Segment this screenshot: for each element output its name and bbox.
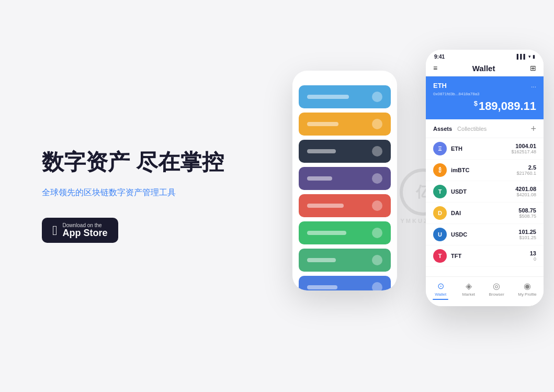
asset-amount: 1004.01 [511, 143, 536, 149]
asset-name: DAI [451, 210, 518, 216]
asset-row[interactable]: ₿imBTC2.5$21760.1 [426, 160, 544, 181]
wifi-icon: ▾ [528, 54, 531, 59]
color-card-dot [372, 200, 382, 211]
asset-icon: D [433, 206, 447, 220]
color-card [299, 167, 391, 190]
asset-name: TFT [451, 253, 530, 259]
color-card-line [307, 176, 332, 181]
left-content: 数字资产 尽在掌控 全球领先的区块链数字资产管理工具  Download on… [0, 149, 251, 243]
phone-back [292, 71, 397, 290]
bottom-nav-item-browser[interactable]: ◎Browser [489, 281, 504, 300]
color-card [299, 276, 391, 290]
signal-icon: ▌▌▌ [517, 54, 527, 59]
assets-tabs: Assets Collectibles [433, 126, 487, 132]
asset-info: DAI [451, 210, 518, 216]
eth-balance: $189,089.11 [433, 99, 536, 113]
asset-row[interactable]: DDAI508.75$508.75 [426, 203, 544, 224]
bottom-nav-icon-profile: ◉ [524, 281, 531, 291]
subheadline: 全球领先的区块链数字资产管理工具 [42, 186, 251, 199]
battery-icon: ▮ [533, 54, 535, 59]
page-wrapper: 数字资产 尽在掌控 全球领先的区块链数字资产管理工具  Download on… [0, 0, 554, 392]
add-asset-icon[interactable]: + [530, 124, 536, 135]
asset-amount: 4201.08 [515, 186, 536, 192]
asset-values: 1004.01$162517.48 [511, 143, 536, 154]
color-card-dot [372, 92, 382, 102]
color-card [299, 249, 391, 272]
headline: 数字资产 尽在掌控 [42, 149, 251, 175]
bottom-nav-label-market: Market [462, 292, 475, 297]
asset-usd: $21760.1 [516, 171, 536, 176]
tab-assets[interactable]: Assets [433, 126, 452, 132]
asset-icon: T [433, 185, 447, 198]
bottom-nav-label-profile: My Profile [518, 292, 537, 297]
color-card-line [307, 231, 346, 235]
status-time: 9:41 [434, 54, 445, 60]
status-icons: ▌▌▌ ▾ ▮ [517, 54, 535, 59]
asset-icon: Ξ [433, 142, 447, 155]
dollar-sign: $ [474, 99, 478, 107]
app-store-button[interactable]:  Download on the App Store [42, 218, 118, 243]
bottom-nav-label-browser: Browser [489, 292, 504, 297]
bottom-nav-icon-market: ◈ [466, 281, 472, 291]
color-card-line [307, 285, 337, 289]
color-card-line [307, 258, 336, 262]
color-card-dot [372, 173, 382, 184]
color-card-dot [372, 282, 382, 290]
asset-usd: $4201.08 [515, 192, 536, 197]
grid-icon[interactable]: ⊞ [530, 64, 536, 72]
apple-icon:  [52, 223, 58, 237]
asset-row[interactable]: TUSDT4201.08$4201.08 [426, 181, 544, 203]
asset-icon: U [433, 228, 447, 241]
asset-usd: $101.25 [518, 235, 536, 240]
bottom-nav-item-market[interactable]: ◈Market [462, 281, 475, 300]
color-card-line [307, 95, 349, 99]
asset-values: 101.25$101.25 [518, 229, 536, 240]
eth-more-icon[interactable]: ... [531, 82, 536, 89]
asset-amount: 2.5 [516, 164, 536, 171]
asset-values: 130 [530, 250, 536, 262]
bottom-nav-icon-wallet: ⊙ [437, 281, 444, 291]
bottom-nav-item-profile[interactable]: ◉My Profile [518, 281, 537, 300]
bottom-nav: ⊙Wallet◈Market◎Browser◉My Profile [426, 276, 544, 306]
color-card-dot [372, 119, 382, 129]
color-card-dot [372, 146, 382, 156]
asset-info: imBTC [451, 167, 516, 173]
bottom-nav-label-wallet: Wallet [435, 292, 446, 297]
assets-header: Assets Collectibles + [426, 119, 544, 138]
color-card [299, 85, 391, 108]
asset-name: USDT [451, 188, 515, 195]
asset-name: ETH [451, 145, 511, 152]
asset-row[interactable]: TTFT130 [426, 245, 544, 267]
color-card-line [307, 122, 338, 126]
color-card [299, 221, 391, 244]
asset-icon: ₿ [433, 163, 447, 177]
menu-icon[interactable]: ≡ [433, 64, 437, 72]
status-bar: 9:41 ▌▌▌ ▾ ▮ [426, 50, 544, 62]
appstore-name-label: App Store [63, 228, 108, 238]
phones-container: 亿 YMKUZHAN 9:41 ▌▌▌ ▾ ▮ ≡ Wallet [292, 50, 554, 343]
bottom-nav-icon-browser: ◎ [493, 281, 500, 291]
asset-values: 4201.08$4201.08 [515, 186, 536, 197]
asset-info: TFT [451, 253, 530, 259]
asset-name: USDC [451, 231, 518, 238]
asset-amount: 508.75 [518, 207, 536, 214]
eth-address: 0x0871fd3b...8418a78a3 [433, 92, 536, 96]
color-card-dot [372, 255, 382, 265]
color-card-line [307, 204, 344, 208]
asset-values: 508.75$508.75 [518, 207, 536, 219]
tab-collectibles[interactable]: Collectibles [457, 126, 487, 132]
balance-value: 189,089.11 [479, 99, 536, 113]
phone-front: 9:41 ▌▌▌ ▾ ▮ ≡ Wallet ⊞ ETH ... 0x0871 [426, 50, 544, 306]
asset-icon: T [433, 249, 447, 263]
subheadline-prefix: 全球领先的 [42, 188, 84, 197]
color-card [299, 113, 391, 136]
color-card [299, 194, 391, 217]
bottom-nav-indicator [433, 299, 448, 300]
eth-card-top: ETH ... [433, 82, 536, 89]
eth-coin-label: ETH [433, 82, 447, 89]
color-card-line [307, 149, 336, 153]
bottom-nav-item-wallet[interactable]: ⊙Wallet [433, 281, 448, 300]
asset-row[interactable]: ΞETH1004.01$162517.48 [426, 138, 544, 160]
color-card [299, 140, 391, 163]
asset-row[interactable]: UUSDC101.25$101.25 [426, 224, 544, 245]
